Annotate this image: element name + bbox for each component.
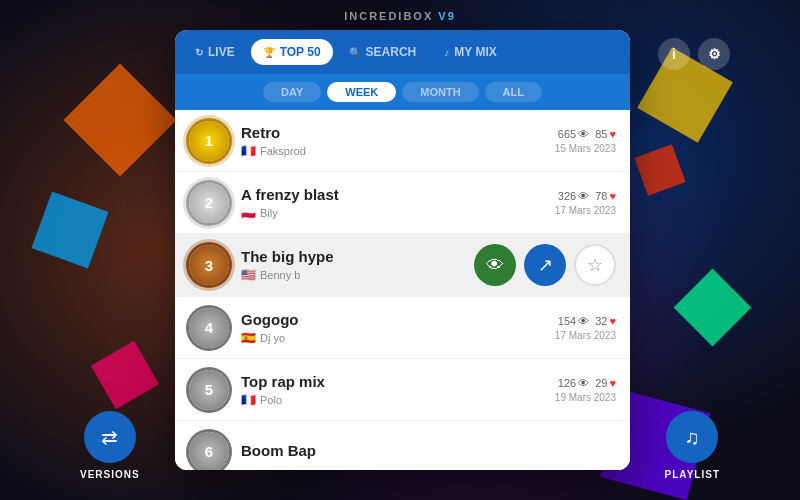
rank-badge-5: 5 xyxy=(189,370,229,410)
list-item[interactable]: 5 Top rap mix 🇫🇷 Polo 126 👁 29 ♥ xyxy=(175,359,630,421)
song-title-3: The big hype xyxy=(241,248,474,265)
app-name: INCREDIBOX xyxy=(344,10,433,22)
song-title-1: Retro xyxy=(241,124,555,141)
favorite-button[interactable]: ☆ xyxy=(574,244,616,286)
trophy-icon: 🏆 xyxy=(263,47,275,58)
filter-day[interactable]: DAY xyxy=(263,82,321,102)
song-info-3: The big hype 🇺🇸 Benny b xyxy=(241,248,474,282)
main-panel: ↻ LIVE 🏆 TOP 50 🔍 SEARCH ♪ MY MIX DAY WE… xyxy=(175,30,630,470)
info-button[interactable]: i xyxy=(658,38,690,70)
song-author-5: 🇫🇷 Polo xyxy=(241,393,555,407)
nav-top50-label: TOP 50 xyxy=(280,45,321,59)
list-item[interactable]: 1 Retro 🇫🇷 Faksprod 665 👁 85 ♥ xyxy=(175,110,630,172)
nav-bar: ↻ LIVE 🏆 TOP 50 🔍 SEARCH ♪ MY MIX xyxy=(175,30,630,74)
share-button[interactable]: ↗ xyxy=(524,244,566,286)
author-name-5: Polo xyxy=(260,394,282,406)
stats-row-5: 126 👁 29 ♥ xyxy=(555,377,616,389)
bg-shape-2 xyxy=(32,192,109,269)
song-stats-4: 154 👁 32 ♥ 17 Mars 2023 xyxy=(555,315,616,341)
nav-mymix[interactable]: ♪ MY MIX xyxy=(432,39,508,65)
nav-mymix-label: MY MIX xyxy=(454,45,496,59)
eye-icon-4: 👁 xyxy=(578,315,589,327)
playlist-button[interactable]: ♫ PLAYLIST xyxy=(665,411,720,480)
stats-row-1: 665 👁 85 ♥ xyxy=(555,128,616,140)
rank-badge-6: 6 xyxy=(189,432,229,471)
likes-1: 85 ♥ xyxy=(595,128,616,140)
top-right-controls: i ⚙ xyxy=(658,38,730,70)
bg-shape-5 xyxy=(674,269,752,347)
filter-all[interactable]: ALL xyxy=(485,82,542,102)
search-icon: 🔍 xyxy=(349,47,361,58)
likes-2: 78 ♥ xyxy=(595,190,616,202)
bg-shape-3 xyxy=(91,341,159,409)
list-item[interactable]: 3 The big hype 🇺🇸 Benny b 👁 ↗ ☆ xyxy=(175,234,630,297)
views-count-1: 665 xyxy=(558,128,576,140)
views-count-4: 154 xyxy=(558,315,576,327)
date-2: 17 Mars 2023 xyxy=(555,205,616,216)
filter-month[interactable]: MONTH xyxy=(402,82,478,102)
rank-badge-1: 1 xyxy=(189,121,229,161)
view-button[interactable]: 👁 xyxy=(474,244,516,286)
song-list: 1 Retro 🇫🇷 Faksprod 665 👁 85 ♥ xyxy=(175,110,630,470)
app-version: V9 xyxy=(438,10,455,22)
nav-live[interactable]: ↻ LIVE xyxy=(183,39,247,65)
eye-icon-1: 👁 xyxy=(578,128,589,140)
song-stats-2: 326 👁 78 ♥ 17 Mars 2023 xyxy=(555,190,616,216)
views-1: 665 👁 xyxy=(558,128,589,140)
flag-3: 🇺🇸 xyxy=(241,268,256,282)
eye-icon-5: 👁 xyxy=(578,377,589,389)
nav-search-label: SEARCH xyxy=(366,45,417,59)
versions-label: VERSIONS xyxy=(80,469,140,480)
action-buttons: 👁 ↗ ☆ xyxy=(474,244,616,286)
list-item[interactable]: 4 Gogogo 🇪🇸 Dj yo 154 👁 32 ♥ xyxy=(175,297,630,359)
flag-1: 🇫🇷 xyxy=(241,144,256,158)
stats-row-4: 154 👁 32 ♥ xyxy=(555,315,616,327)
views-count-5: 126 xyxy=(558,377,576,389)
nav-search[interactable]: 🔍 SEARCH xyxy=(337,39,429,65)
likes-count-4: 32 xyxy=(595,315,607,327)
bg-shape-7 xyxy=(634,144,685,195)
song-author-1: 🇫🇷 Faksprod xyxy=(241,144,555,158)
rank-badge-3: 3 xyxy=(189,245,229,285)
song-stats-5: 126 👁 29 ♥ 19 Mars 2023 xyxy=(555,377,616,403)
author-name-2: Bily xyxy=(260,207,278,219)
views-5: 126 👁 xyxy=(558,377,589,389)
nav-top50[interactable]: 🏆 TOP 50 xyxy=(251,39,333,65)
heart-icon-4: ♥ xyxy=(609,315,616,327)
heart-icon-1: ♥ xyxy=(609,128,616,140)
song-title-6: Boom Bap xyxy=(241,442,616,459)
app-title: INCREDIBOX V9 xyxy=(300,10,500,22)
nav-live-label: LIVE xyxy=(208,45,235,59)
song-stats-1: 665 👁 85 ♥ 15 Mars 2023 xyxy=(555,128,616,154)
views-4: 154 👁 xyxy=(558,315,589,327)
flag-4: 🇪🇸 xyxy=(241,331,256,345)
heart-icon-5: ♥ xyxy=(609,377,616,389)
versions-icon: ⇄ xyxy=(101,425,118,449)
filter-week[interactable]: WEEK xyxy=(327,82,396,102)
song-author-2: 🇵🇱 Bily xyxy=(241,206,555,220)
author-name-3: Benny b xyxy=(260,269,300,281)
playlist-circle: ♫ xyxy=(666,411,718,463)
song-info-6: Boom Bap xyxy=(241,442,616,462)
versions-button[interactable]: ⇄ VERSIONS xyxy=(80,411,140,480)
list-item[interactable]: 2 A frenzy blast 🇵🇱 Bily 326 👁 78 ♥ xyxy=(175,172,630,234)
song-info-4: Gogogo 🇪🇸 Dj yo xyxy=(241,311,555,345)
views-count-2: 326 xyxy=(558,190,576,202)
list-item[interactable]: 6 Boom Bap xyxy=(175,421,630,470)
date-5: 19 Mars 2023 xyxy=(555,392,616,403)
likes-count-5: 29 xyxy=(595,377,607,389)
author-name-1: Faksprod xyxy=(260,145,306,157)
versions-circle: ⇄ xyxy=(84,411,136,463)
flag-2: 🇵🇱 xyxy=(241,206,256,220)
playlist-icon: ♫ xyxy=(685,426,700,449)
filter-bar: DAY WEEK MONTH ALL xyxy=(175,74,630,110)
mymix-icon: ♪ xyxy=(444,47,449,58)
playlist-label: PLAYLIST xyxy=(665,469,720,480)
author-name-4: Dj yo xyxy=(260,332,285,344)
heart-icon-2: ♥ xyxy=(609,190,616,202)
song-info-1: Retro 🇫🇷 Faksprod xyxy=(241,124,555,158)
song-title-4: Gogogo xyxy=(241,311,555,328)
rank-badge-2: 2 xyxy=(189,183,229,223)
settings-button[interactable]: ⚙ xyxy=(698,38,730,70)
song-title-2: A frenzy blast xyxy=(241,186,555,203)
